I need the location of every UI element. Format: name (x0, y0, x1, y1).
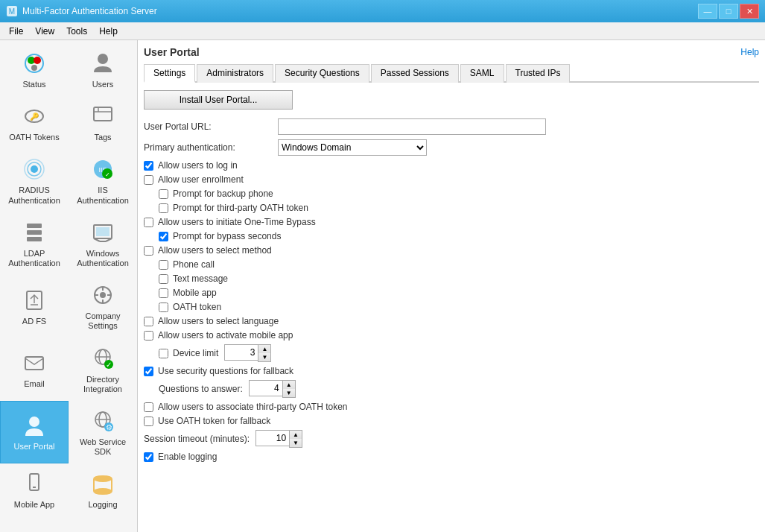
select-method-row: Allow users to select method (144, 245, 759, 256)
select-method-checkbox[interactable] (144, 246, 153, 256)
minimize-button[interactable]: — (698, 4, 717, 19)
sidebar-item-tags[interactable]: Tags (69, 96, 137, 149)
session-timeout-input[interactable] (255, 430, 289, 446)
sidebar-item-adfs[interactable]: AD FS (0, 275, 69, 338)
sidebar-item-oath-tokens[interactable]: 🔑 OATH Tokens (0, 96, 69, 149)
sidebar-label-directory: Directory Integration (72, 375, 133, 394)
company-icon (89, 282, 116, 308)
use-oath-fallback-label[interactable]: Use OATH token for fallback (158, 416, 270, 426)
questions-down[interactable]: ▼ (283, 389, 295, 397)
sidebar-item-radius[interactable]: RADIUS Authentication (0, 149, 69, 212)
security-questions-label[interactable]: Use security questions for fallback (158, 366, 293, 376)
backup-phone-checkbox[interactable] (159, 189, 168, 199)
third-party-oath-checkbox[interactable] (159, 203, 168, 213)
sidebar-label-users: Users (92, 80, 114, 89)
sidebar-item-user-portal[interactable]: User Portal (0, 401, 69, 463)
sidebar-label-oath-tokens: OATH Tokens (9, 133, 59, 142)
session-timeout-down[interactable]: ▼ (290, 439, 302, 447)
questions-input[interactable] (249, 380, 282, 396)
tab-passed-sessions[interactable]: Passed Sessions (371, 64, 459, 83)
session-timeout-label: Session timeout (minutes): (144, 434, 250, 444)
one-time-bypass-checkbox[interactable] (144, 218, 153, 227)
tab-trusted-ips[interactable]: Trusted IPs (506, 64, 571, 83)
bypass-seconds-row: Prompt for bypass seconds (144, 231, 759, 241)
session-timeout-row: Session timeout (minutes): ▲ ▼ (144, 430, 759, 448)
device-limit-checkbox[interactable] (159, 349, 168, 358)
backup-phone-label[interactable]: Prompt for backup phone (173, 189, 273, 199)
menu-help[interactable]: Help (93, 25, 124, 38)
primary-auth-label: Primary authentication: (144, 142, 278, 153)
menu-view[interactable]: View (29, 25, 60, 38)
help-link[interactable]: Help (740, 47, 759, 57)
sidebar-item-email[interactable]: Email (0, 338, 69, 401)
device-limit-up[interactable]: ▲ (258, 345, 270, 353)
sidebar: Status Users 🔑 OATH To (0, 40, 138, 532)
use-oath-fallback-checkbox[interactable] (144, 417, 153, 426)
allow-enrollment-checkbox[interactable] (144, 175, 153, 185)
phone-call-label[interactable]: Phone call (173, 259, 215, 270)
sidebar-item-logging[interactable]: Logging (69, 463, 137, 516)
allow-login-checkbox[interactable] (144, 161, 153, 171)
select-language-checkbox[interactable] (144, 317, 153, 326)
tab-security-questions[interactable]: Security Questions (275, 64, 369, 83)
enable-logging-label[interactable]: Enable logging (158, 452, 217, 462)
sidebar-item-status[interactable]: Status (0, 43, 69, 96)
mobile-app-checkbox[interactable] (159, 288, 168, 298)
sidebar-item-ldap[interactable]: LDAP Authentication (0, 212, 69, 275)
tab-administrators[interactable]: Administrators (197, 64, 273, 83)
questions-buttons: ▲ ▼ (282, 380, 296, 398)
associate-oath-checkbox[interactable] (144, 402, 153, 412)
device-limit-down[interactable]: ▼ (258, 353, 270, 361)
activate-mobile-row: Allow users to activate mobile app (144, 330, 759, 341)
select-method-label[interactable]: Allow users to select method (158, 245, 272, 256)
menu-file[interactable]: File (3, 25, 29, 38)
sidebar-item-windows-auth[interactable]: Windows Authentication (69, 212, 137, 275)
questions-up[interactable]: ▲ (283, 381, 295, 389)
sidebar-item-directory[interactable]: ✓ Directory Integration (69, 338, 137, 401)
sidebar-item-mobile[interactable]: Mobile App (0, 463, 69, 516)
one-time-bypass-row: Allow users to initiate One-Time Bypass (144, 217, 759, 227)
one-time-bypass-label[interactable]: Allow users to initiate One-Time Bypass (158, 217, 316, 227)
install-button[interactable]: Install User Portal... (144, 90, 293, 110)
text-message-label[interactable]: Text message (173, 273, 228, 284)
window-title: Multi-Factor Authentication Server (22, 6, 157, 16)
oath-token-checkbox[interactable] (159, 303, 168, 312)
bypass-seconds-checkbox[interactable] (159, 232, 168, 241)
bypass-seconds-label[interactable]: Prompt for bypass seconds (173, 231, 281, 241)
primary-auth-select[interactable]: Windows Domain LDAP RADIUS (278, 139, 427, 156)
oath-tokens-icon: 🔑 (21, 103, 48, 130)
svg-rect-9 (94, 107, 112, 121)
sidebar-item-company[interactable]: Company Settings (69, 275, 137, 338)
text-message-checkbox[interactable] (159, 274, 168, 284)
url-input[interactable] (278, 118, 546, 135)
session-timeout-up[interactable]: ▲ (290, 431, 302, 439)
tab-saml[interactable]: SAML (460, 64, 504, 83)
activate-mobile-checkbox[interactable] (144, 331, 153, 341)
tab-settings[interactable]: Settings (144, 64, 195, 83)
third-party-oath-label[interactable]: Prompt for third-party OATH token (173, 203, 308, 213)
phone-call-checkbox[interactable] (159, 260, 168, 270)
close-button[interactable]: ✕ (740, 4, 759, 19)
questions-answer-row: Questions to answer: ▲ ▼ (144, 380, 759, 398)
device-limit-input[interactable] (224, 344, 258, 361)
device-limit-label[interactable]: Device limit (173, 348, 218, 358)
enable-logging-checkbox[interactable] (144, 452, 153, 462)
sidebar-item-webservice[interactable]: ⚙ Web Service SDK (69, 401, 137, 463)
sidebar-item-users[interactable]: Users (69, 43, 137, 96)
allow-enrollment-label[interactable]: Allow user enrollment (158, 174, 244, 185)
allow-login-label[interactable]: Allow users to log in (158, 160, 238, 171)
oath-token-label[interactable]: OATH token (173, 302, 221, 312)
status-icon (21, 50, 48, 77)
logging-icon (89, 470, 116, 497)
sidebar-item-iis[interactable]: IIS ✓ IIS Authentication (69, 149, 137, 212)
activate-mobile-label[interactable]: Allow users to activate mobile app (158, 330, 293, 341)
sidebar-grid: Status Users 🔑 OATH To (0, 43, 137, 516)
maximize-button[interactable]: □ (719, 4, 738, 19)
mobile-app-label[interactable]: Mobile app (173, 288, 217, 298)
security-questions-checkbox[interactable] (144, 367, 153, 376)
menu-tools[interactable]: Tools (60, 25, 93, 38)
select-language-label[interactable]: Allow users to select language (158, 316, 279, 326)
allow-login-row: Allow users to log in (144, 160, 759, 171)
associate-oath-label[interactable]: Allow users to associate third-party OAT… (158, 402, 348, 412)
page-header: User Portal Help (144, 46, 759, 58)
